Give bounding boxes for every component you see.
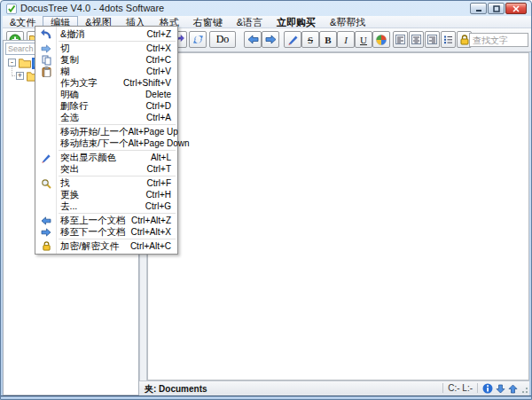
underline-glyph: U: [360, 35, 367, 45]
arrow-right-icon: [265, 35, 277, 44]
font-color-button[interactable]: [372, 31, 390, 48]
align-right-icon: [427, 35, 437, 44]
strikethrough-glyph: S: [308, 35, 313, 45]
arrow-left-icon: [247, 35, 259, 44]
align-center-button[interactable]: [409, 31, 424, 48]
expand-box[interactable]: +: [16, 72, 24, 80]
window-bottom-edge: [1, 396, 532, 396]
menubar-item-language[interactable]: &语言: [230, 16, 270, 28]
cut-icon: [39, 43, 53, 54]
align-center-icon: [411, 35, 421, 44]
highlight-pen-icon: [39, 153, 53, 163]
undo-icon: [39, 29, 53, 40]
next-doc-icon: [39, 227, 53, 238]
app-icon: [6, 4, 17, 14]
maximize-button[interactable]: [488, 3, 505, 14]
menu-item-highlight[interactable]: 突出 Ctrl+T: [35, 163, 177, 175]
editor-area[interactable]: [147, 52, 529, 380]
italic-glyph: I: [344, 35, 348, 45]
highlight-color-button[interactable]: [284, 31, 301, 48]
menu-item-highlight-color[interactable]: 突出显示颜色 Alt+L: [35, 152, 177, 163]
menu-item-find[interactable]: 找 Ctrl+F: [35, 177, 177, 189]
prev-doc-icon: [39, 216, 53, 226]
edit-menu-dropdown: &撤消 Ctrl+Z 切 Ctrl+X 复制 Ctrl+C 糊 Ctrl+V 作…: [35, 26, 178, 255]
refresh-icon: [192, 34, 204, 45]
info-icon: [482, 383, 493, 394]
pen-icon: [287, 34, 299, 45]
menu-item-cut[interactable]: 切 Ctrl+X: [35, 43, 177, 54]
lock-icon: [459, 35, 470, 45]
align-right-button[interactable]: [425, 31, 440, 48]
menu-item-select-all[interactable]: 全选 Ctrl+A: [35, 112, 177, 123]
folder-icon: [19, 58, 31, 68]
move-down-button[interactable]: [494, 382, 506, 395]
refresh-button[interactable]: [189, 31, 207, 48]
color-wheel-icon: [376, 35, 387, 45]
app-window: DocusTree V4.0 - 4dots Software &文件 编辑 &…: [0, 0, 532, 400]
find-text-input[interactable]: [469, 33, 528, 47]
close-button[interactable]: [505, 3, 527, 14]
align-left-icon: [395, 35, 405, 44]
status-folder-label: 夹: Documents: [145, 383, 207, 396]
back-button[interactable]: [244, 31, 262, 48]
menu-item-paste[interactable]: 糊 Ctrl+V: [35, 66, 177, 77]
menubar-item-help[interactable]: &帮帮找: [323, 16, 372, 28]
menubar-item-buy-now[interactable]: 立即购买: [270, 16, 323, 28]
menu-item-move-start-previous[interactable]: 移动开始/上一个 Alt+Page Up: [35, 126, 177, 137]
status-bar: 夹: Documents C:- L:-: [139, 380, 529, 396]
paste-icon: [39, 67, 53, 77]
align-left-button[interactable]: [393, 31, 408, 48]
bold-button[interactable]: B: [319, 31, 337, 48]
minimize-button[interactable]: [470, 3, 487, 14]
menu-separator: [59, 176, 176, 176]
arrow-down-icon: [496, 384, 505, 394]
menu-item-undo[interactable]: &撤消 Ctrl+Z: [35, 28, 177, 40]
forward-button[interactable]: [262, 31, 279, 48]
menu-separator: [59, 41, 176, 42]
menu-item-move-end-next[interactable]: 移动结束/下一个 Alt+Page Down: [35, 137, 177, 149]
menubar-item-rightpane[interactable]: 右窗键: [186, 16, 230, 28]
strikethrough-button[interactable]: S: [301, 31, 319, 48]
menu-item-encrypt-decrypt[interactable]: 加密/解密文件 Ctrl+Alt+C: [35, 240, 177, 252]
resize-grip[interactable]: [521, 387, 528, 394]
find-icon: [39, 178, 53, 189]
menu-item-replace[interactable]: 更换 Ctrl+H: [35, 189, 177, 200]
bold-glyph: B: [325, 35, 331, 45]
menu-item-next-document[interactable]: 移至下一个文档 Ctrl+Alt+X: [35, 226, 177, 238]
bullet-list-icon: [443, 35, 453, 44]
info-button[interactable]: [481, 382, 494, 395]
status-counters-label: C:- L:-: [442, 383, 478, 393]
bullet-list-button[interactable]: [441, 31, 456, 48]
italic-button[interactable]: I: [337, 31, 355, 48]
menu-item-delete-line[interactable]: 删除行 Ctrl+D: [35, 100, 177, 112]
move-up-button[interactable]: [506, 382, 519, 395]
menu-item-clear[interactable]: 明确 Delete: [35, 89, 177, 100]
copy-icon: [39, 55, 53, 66]
collapse-box[interactable]: -: [8, 59, 16, 67]
do-button[interactable]: Do: [209, 31, 236, 48]
menu-item-previous-document[interactable]: 移至上一个文档 Ctrl+Alt+Z: [35, 215, 177, 226]
title-bar[interactable]: DocusTree V4.0 - 4dots Software: [1, 1, 531, 16]
arrow-up-icon: [508, 384, 518, 394]
menu-item-goto[interactable]: 去... Ctrl+G: [35, 200, 177, 212]
menu-item-paste-as-text[interactable]: 作为文字 Ctrl+Shift+V: [35, 77, 177, 89]
window-title: DocusTree V4.0 - 4dots Software: [20, 3, 164, 13]
menu-item-copy[interactable]: 复制 Ctrl+C: [35, 54, 177, 66]
lock-icon: [39, 241, 53, 252]
underline-button[interactable]: U: [355, 31, 372, 48]
